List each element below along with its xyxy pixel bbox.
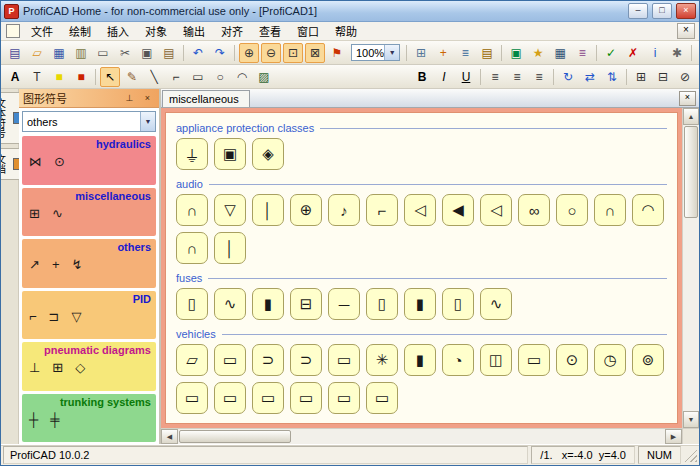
line-tool-icon[interactable]: ╲: [144, 67, 164, 87]
symbol-button[interactable]: ◔: [442, 344, 474, 376]
category-symbol-glyph[interactable]: ∿: [52, 206, 63, 221]
symbol-button[interactable]: ▭: [518, 344, 550, 376]
symbol-button[interactable]: ⊟: [290, 288, 322, 320]
category-symbol-glyph[interactable]: ┼: [29, 412, 38, 427]
pencil-icon[interactable]: ✎: [122, 67, 142, 87]
align-right-icon[interactable]: ≡: [529, 67, 549, 87]
grid-icon[interactable]: ⊞: [411, 43, 431, 63]
symbol-button[interactable]: ─: [328, 288, 360, 320]
delete-icon[interactable]: ✗: [623, 43, 643, 63]
symbol-button[interactable]: ⊃: [290, 344, 322, 376]
new-file-icon[interactable]: ▤: [5, 43, 25, 63]
symbol-button[interactable]: ♪: [328, 194, 360, 226]
category-symbol-glyph[interactable]: ◇: [75, 360, 85, 375]
zoom-in-icon[interactable]: ⊕: [239, 43, 259, 63]
symbol-button[interactable]: ▭: [214, 344, 246, 376]
settings-icon[interactable]: ✱: [667, 43, 687, 63]
category-symbol-glyph[interactable]: ⌐: [29, 309, 37, 324]
flip-horizontal-icon[interactable]: ⇄: [580, 67, 600, 87]
category-others[interactable]: others↗+↯: [22, 239, 156, 288]
info-icon[interactable]: i: [645, 43, 665, 63]
symbol-button[interactable]: ▭: [214, 382, 246, 414]
image-tool-icon[interactable]: ▨: [254, 67, 274, 87]
menu-item-7[interactable]: 查看: [251, 21, 289, 41]
symbol-button[interactable]: ⏚: [176, 138, 208, 170]
symbol-button[interactable]: ▮: [252, 288, 284, 320]
category-symbol-glyph[interactable]: ⋈: [29, 154, 42, 169]
symbol-button[interactable]: ✳: [366, 344, 398, 376]
close-button[interactable]: ×: [676, 3, 696, 19]
print-icon[interactable]: ▭: [93, 43, 113, 63]
zoom-page-icon[interactable]: ⊡: [283, 43, 303, 63]
symbol-button[interactable]: ⊙: [556, 344, 588, 376]
category-symbol-glyph[interactable]: +: [52, 257, 60, 272]
ungroup-icon[interactable]: ⊟: [653, 67, 673, 87]
text-list-icon[interactable]: ≡: [572, 43, 592, 63]
mdi-close-button[interactable]: ×: [677, 23, 695, 39]
minimize-button[interactable]: –: [628, 3, 648, 19]
symbol-button[interactable]: ○: [556, 194, 588, 226]
zoom-out-icon[interactable]: ⊖: [261, 43, 281, 63]
align-left-icon[interactable]: ≡: [485, 67, 505, 87]
favorites-icon[interactable]: ★: [528, 43, 548, 63]
symbol-button[interactable]: ◷: [594, 344, 626, 376]
symbol-button[interactable]: ▭: [328, 382, 360, 414]
symbol-button[interactable]: ▽: [214, 194, 246, 226]
symbol-button[interactable]: ▭: [366, 382, 398, 414]
category-symbol-glyph[interactable]: ⊙: [54, 154, 65, 169]
scroll-right-icon[interactable]: ▶: [665, 429, 682, 444]
symbol-button[interactable]: ⌐: [366, 194, 398, 226]
layers-icon[interactable]: ≡: [455, 43, 475, 63]
pan-icon[interactable]: ⚑: [327, 43, 347, 63]
category-symbol-glyph[interactable]: ▽: [72, 309, 82, 324]
symbol-button[interactable]: ◈: [252, 138, 284, 170]
symbol-button[interactable]: │: [214, 232, 246, 264]
rectangle-tool-icon[interactable]: ▭: [188, 67, 208, 87]
category-dropdown[interactable]: others ▼: [22, 111, 156, 132]
italic-icon[interactable]: I: [434, 67, 454, 87]
symbol-button[interactable]: ∿: [214, 288, 246, 320]
symbol-button[interactable]: ▭: [328, 344, 360, 376]
symbol-button[interactable]: ◫: [480, 344, 512, 376]
arc-tool-icon[interactable]: ◠: [232, 67, 252, 87]
help-icon[interactable]: ?: [696, 43, 700, 63]
category-symbol-glyph[interactable]: ↗: [29, 257, 40, 272]
symbol-button[interactable]: ▣: [214, 138, 246, 170]
category-symbol-glyph[interactable]: ⊞: [29, 206, 40, 221]
zoom-combobox[interactable]: 100% ▼: [351, 44, 400, 61]
zoom-selection-icon[interactable]: ⊠: [305, 43, 325, 63]
menu-item-2[interactable]: 绘制: [61, 21, 99, 41]
polyline-tool-icon[interactable]: ⌐: [166, 67, 186, 87]
symbol-button[interactable]: ▯: [176, 288, 208, 320]
explorer-icon[interactable]: ▦: [550, 43, 570, 63]
mdi-document-icon[interactable]: [6, 24, 20, 38]
symbol-button[interactable]: ⊃: [252, 344, 284, 376]
import-icon[interactable]: ▥: [71, 43, 91, 63]
symbol-button[interactable]: ∞: [518, 194, 550, 226]
symbol-button[interactable]: ▮: [404, 288, 436, 320]
select-cursor-icon[interactable]: ↖: [100, 67, 120, 87]
text-style-icon[interactable]: T: [27, 67, 47, 87]
symbol-button[interactable]: │: [252, 194, 284, 226]
pages-icon[interactable]: ▤: [477, 43, 497, 63]
ellipse-tool-icon[interactable]: ○: [210, 67, 230, 87]
flip-vertical-icon[interactable]: ⇅: [602, 67, 622, 87]
category-symbol-glyph[interactable]: ⊐: [49, 309, 60, 324]
zoom-dropdown-arrow-icon[interactable]: ▼: [384, 45, 399, 60]
align-center-icon[interactable]: ≡: [507, 67, 527, 87]
category-hydraulics[interactable]: hydraulics⋈⊙: [22, 136, 156, 185]
menu-item-1[interactable]: 文件: [23, 21, 61, 41]
panel-close-icon[interactable]: ×: [140, 91, 155, 106]
symbol-button[interactable]: ⊚: [632, 344, 664, 376]
symbol-button[interactable]: ▮: [404, 344, 436, 376]
scroll-up-icon[interactable]: ▲: [683, 108, 699, 125]
menu-item-9[interactable]: 帮助: [327, 21, 365, 41]
symbol-button[interactable]: ∿: [480, 288, 512, 320]
undo-icon[interactable]: ↶: [188, 43, 208, 63]
symbol-button[interactable]: ∩: [176, 232, 208, 264]
snap-icon[interactable]: +: [433, 43, 453, 63]
symbol-button[interactable]: ◁: [480, 194, 512, 226]
symbol-button[interactable]: ▭: [290, 382, 322, 414]
resize-grip[interactable]: [684, 449, 697, 462]
tab-miscellaneous[interactable]: miscellaneous: [162, 90, 250, 107]
